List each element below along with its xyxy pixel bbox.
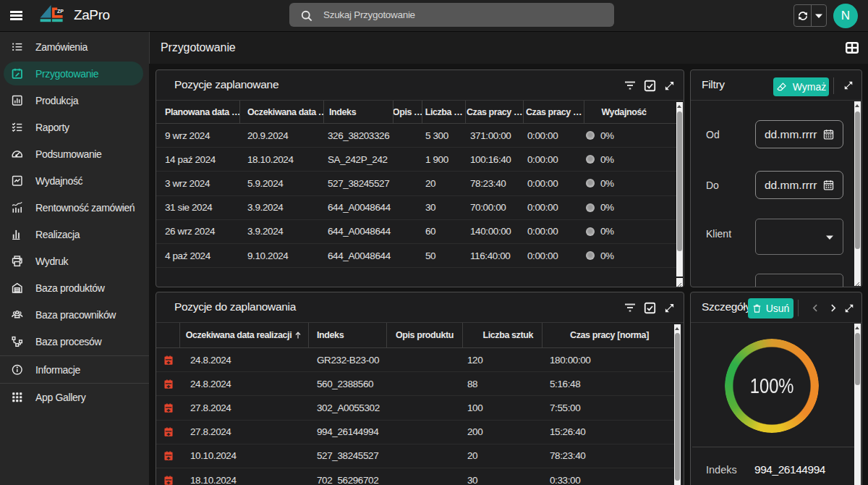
svg-text:ZP: ZP — [57, 9, 64, 14]
